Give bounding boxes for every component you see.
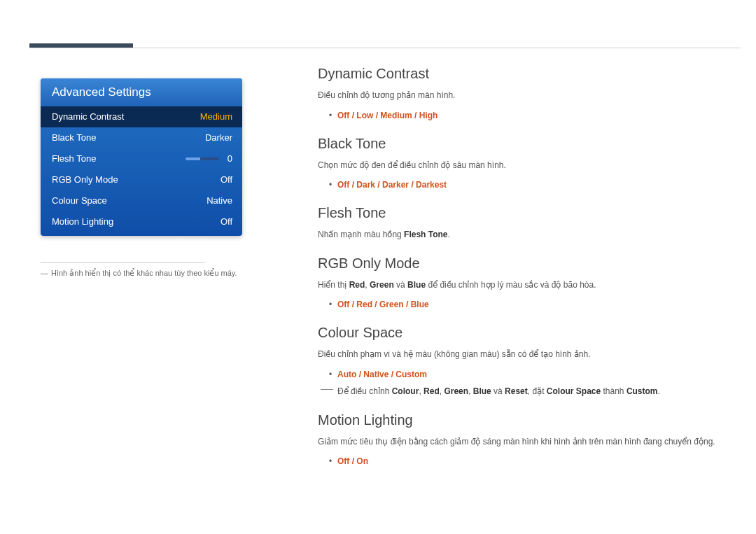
subnote-text: thành: [601, 386, 626, 396]
section-title: Flesh Tone: [318, 205, 741, 221]
menu-row-value: Medium: [200, 111, 232, 122]
menu-row-value: Native: [206, 195, 232, 206]
menu-row-dynamic-contrast[interactable]: Dynamic Contrast Medium: [41, 106, 242, 127]
subnote-keyword: Green: [444, 386, 468, 396]
subnote-keyword: Custom: [626, 386, 658, 396]
left-column: Advanced Settings Dynamic Contrast Mediu…: [41, 78, 242, 278]
menu-row-rgb-only-mode[interactable]: RGB Only Mode Off: [41, 169, 242, 190]
options-accent: Off / On: [337, 456, 368, 466]
advanced-settings-menu: Advanced Settings Dynamic Contrast Mediu…: [41, 78, 242, 236]
desc-text: Nhấn mạnh màu hồng: [318, 230, 404, 239]
menu-row-motion-lighting[interactable]: Motion Lighting Off: [41, 211, 242, 236]
menu-row-label: Colour Space: [52, 195, 107, 206]
desc-keyword-green: Green: [370, 280, 394, 290]
subnote-keyword: Colour Space: [547, 386, 601, 396]
menu-row-label: Flesh Tone: [52, 153, 96, 164]
section-black-tone: Black Tone Chọn mức độ đen để điều chỉnh…: [318, 136, 741, 192]
menu-row-label: Motion Lighting: [52, 216, 113, 227]
desc-text: để điều chỉnh hợp lý màu sắc và độ bão h…: [426, 280, 596, 290]
menu-row-value: Off: [220, 216, 232, 227]
desc-text: Hiển thị: [318, 280, 349, 290]
menu-row-label: Black Tone: [52, 132, 96, 143]
section-desc: Điều chỉnh độ tương phản màn hình.: [318, 89, 741, 102]
subnote-text: ,: [468, 386, 473, 396]
section-subnote: Để điều chỉnh Colour, Red, Green, Blue v…: [337, 385, 741, 398]
desc-text: .: [448, 230, 450, 239]
section-options: Off / Dark / Darker / Darkest: [329, 178, 741, 191]
caption: ―Hình ảnh hiển thị có thể khác nhau tùy …: [41, 269, 242, 278]
section-desc: Điều chỉnh phạm vi và hệ màu (không gian…: [318, 348, 741, 361]
section-options: Auto / Native / Custom: [329, 368, 741, 381]
section-flesh-tone: Flesh Tone Nhấn mạnh màu hồng Flesh Tone…: [318, 205, 741, 241]
options-accent: Off / Low / Medium / High: [337, 111, 438, 120]
desc-keyword-red: Red: [349, 280, 365, 290]
section-dynamic-contrast: Dynamic Contrast Điều chỉnh độ tương phả…: [318, 66, 741, 122]
section-title: Colour Space: [318, 325, 741, 341]
header-rule: [29, 48, 741, 48]
menu-row-label: Dynamic Contrast: [52, 111, 124, 122]
subnote-text: , đặt: [528, 386, 547, 396]
section-options: Off / Red / Green / Blue: [329, 298, 741, 311]
desc-keyword-blue: Blue: [407, 280, 426, 290]
subnote-text: .: [658, 386, 660, 396]
desc-keyword: Flesh Tone: [404, 230, 447, 239]
subnote-text: và: [491, 386, 505, 396]
section-title: RGB Only Mode: [318, 255, 741, 272]
menu-row-value-group: 0: [186, 153, 232, 164]
section-motion-lighting: Motion Lighting Giảm mức tiêu thụ điện b…: [318, 412, 741, 468]
caption-dash: ―: [41, 269, 48, 277]
slider-icon: [186, 157, 219, 160]
section-title: Dynamic Contrast: [318, 66, 741, 82]
menu-row-colour-space[interactable]: Colour Space Native: [41, 190, 242, 211]
long-dash-icon: [321, 389, 333, 390]
options-accent: Off / Dark / Darker / Darkest: [337, 180, 447, 190]
section-rgb-only-mode: RGB Only Mode Hiển thị Red, Green và Blu…: [318, 255, 741, 311]
section-desc: Giảm mức tiêu thụ điện bằng cách giảm độ…: [318, 435, 741, 449]
caption-separator: [41, 262, 205, 263]
section-options: Off / Low / Medium / High: [329, 109, 741, 122]
section-desc: Nhấn mạnh màu hồng Flesh Tone.: [318, 228, 741, 241]
menu-title: Advanced Settings: [41, 78, 242, 106]
menu-row-label: RGB Only Mode: [52, 174, 118, 185]
subnote-keyword: Red: [424, 386, 440, 396]
content-column: Dynamic Contrast Điều chỉnh độ tương phả…: [318, 66, 741, 482]
subnote-keyword: Colour: [392, 386, 419, 396]
section-desc: Hiển thị Red, Green và Blue để điều chỉn…: [318, 279, 741, 292]
menu-row-black-tone[interactable]: Black Tone Darker: [41, 127, 242, 148]
section-options: Off / On: [329, 455, 741, 468]
subnote-keyword: Blue: [473, 386, 491, 396]
menu-row-flesh-tone[interactable]: Flesh Tone 0: [41, 148, 242, 169]
section-title: Black Tone: [318, 136, 741, 152]
menu-row-value: Darker: [205, 132, 232, 143]
options-accent: Off / Red / Green / Blue: [337, 300, 429, 309]
caption-text: Hình ảnh hiển thị có thể khác nhau tùy t…: [51, 269, 237, 277]
desc-text: và: [394, 280, 407, 290]
menu-row-value: 0: [227, 153, 232, 164]
section-desc: Chọn mức độ đen để điều chỉnh độ sâu màn…: [318, 159, 741, 172]
section-colour-space: Colour Space Điều chỉnh phạm vi và hệ mà…: [318, 325, 741, 398]
subnote-text: Để điều chỉnh: [337, 386, 392, 396]
subnote-keyword: Reset: [505, 386, 528, 396]
section-title: Motion Lighting: [318, 412, 741, 428]
options-accent: Auto / Native / Custom: [337, 370, 427, 379]
menu-row-value: Off: [220, 174, 232, 185]
